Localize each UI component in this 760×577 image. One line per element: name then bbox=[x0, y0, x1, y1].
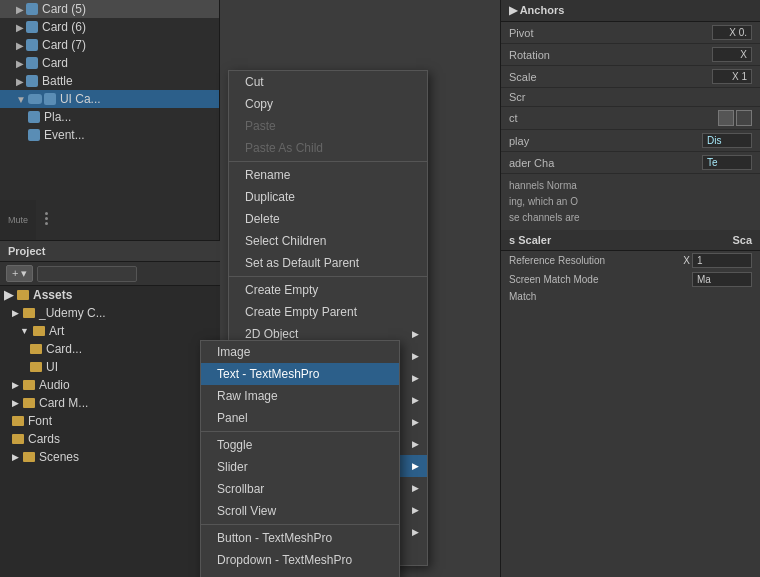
ui-submenu: Image Text - TextMeshPro Raw Image Panel… bbox=[200, 340, 400, 577]
submenu-panel[interactable]: Panel bbox=[201, 407, 399, 429]
project-tree-item[interactable]: Cards bbox=[0, 430, 220, 448]
context-create-empty[interactable]: Create Empty bbox=[229, 279, 427, 301]
project-tree-item[interactable]: ▶ Audio bbox=[0, 376, 220, 394]
toggle-label: Toggle bbox=[217, 438, 252, 452]
hierarchy-item[interactable]: Pla... bbox=[0, 108, 219, 126]
separator bbox=[201, 524, 399, 525]
hierarchy-item-selected[interactable]: ▼ UI Ca... bbox=[0, 90, 219, 108]
submenu-scrollbar[interactable]: Scrollbar bbox=[201, 478, 399, 500]
mute-area: Mute bbox=[0, 200, 36, 240]
context-delete[interactable]: Delete bbox=[229, 208, 427, 230]
canvas-sca-label: Sca bbox=[732, 234, 752, 246]
project-panel: Project + ▾ ▶ Assets ▶ _Udemy C... ▼ Art… bbox=[0, 240, 220, 577]
dots-menu-icon[interactable] bbox=[36, 208, 56, 228]
rename-label: Rename bbox=[245, 168, 290, 182]
display-label: play bbox=[509, 135, 702, 147]
context-cut[interactable]: Cut bbox=[229, 71, 427, 93]
tree-item-label: Font bbox=[28, 414, 52, 428]
slider-label: Slider bbox=[217, 460, 248, 474]
context-set-default-parent[interactable]: Set as Default Parent bbox=[229, 252, 427, 274]
hierarchy-label: Battle bbox=[42, 74, 73, 88]
hierarchy-item[interactable]: ▶ Card bbox=[0, 54, 219, 72]
hierarchy-label: UI Ca... bbox=[60, 92, 101, 106]
project-tree-item[interactable]: Font bbox=[0, 412, 220, 430]
separator bbox=[229, 161, 427, 162]
project-tree-item[interactable]: ▶ Card M... bbox=[0, 394, 220, 412]
project-title: Project bbox=[8, 245, 45, 257]
screen-match-row: Screen Match Mode Ma bbox=[501, 270, 760, 289]
match-label: Match bbox=[509, 291, 752, 302]
context-duplicate[interactable]: Duplicate bbox=[229, 186, 427, 208]
project-search-input[interactable] bbox=[37, 266, 137, 282]
submenu-toggle[interactable]: Toggle bbox=[201, 434, 399, 456]
context-rename[interactable]: Rename bbox=[229, 164, 427, 186]
folder-icon bbox=[12, 434, 24, 444]
loader-label: ader Cha bbox=[509, 157, 702, 169]
scr-label: Scr bbox=[509, 91, 752, 103]
rotation-value: X bbox=[712, 47, 752, 62]
assets-label: Assets bbox=[33, 288, 72, 302]
submenu-image[interactable]: Image bbox=[201, 341, 399, 363]
submenu-scroll-view[interactable]: Scroll View bbox=[201, 500, 399, 522]
scale-value: X 1 bbox=[712, 69, 752, 84]
project-tree-item[interactable]: ▼ Art bbox=[0, 322, 220, 340]
match-row: Match bbox=[501, 289, 760, 304]
tree-item-label: Cards bbox=[28, 432, 60, 446]
display-row: play Dis bbox=[501, 130, 760, 152]
folder-icon bbox=[12, 416, 24, 426]
hierarchy-item[interactable]: Event... bbox=[0, 126, 219, 144]
channels-desc: ing, which an O bbox=[509, 194, 752, 210]
cube-icon bbox=[28, 111, 40, 123]
project-add-button[interactable]: + ▾ bbox=[6, 265, 33, 282]
mute-label: Mute bbox=[8, 215, 28, 225]
submenu-input-field-tmp[interactable]: Input Field - TextMeshPro bbox=[201, 571, 399, 577]
hierarchy-label: Card (6) bbox=[42, 20, 86, 34]
project-tree-item[interactable]: UI bbox=[0, 358, 220, 376]
tree-item-label: Audio bbox=[39, 378, 70, 392]
rotation-label: Rotation bbox=[509, 49, 712, 61]
submenu-raw-image[interactable]: Raw Image bbox=[201, 385, 399, 407]
folder-icon bbox=[23, 398, 35, 408]
paste-as-child-label: Paste As Child bbox=[245, 141, 323, 155]
assets-root[interactable]: ▶ Assets bbox=[0, 286, 220, 304]
separator bbox=[229, 276, 427, 277]
submenu-text-mesh-pro[interactable]: Text - TextMeshPro bbox=[201, 363, 399, 385]
anchors-section: ▶ Anchors bbox=[501, 0, 760, 22]
loader-row: ader Cha Te bbox=[501, 152, 760, 174]
project-tree-item[interactable]: ▶ _Udemy C... bbox=[0, 304, 220, 322]
tree-item-label: Card M... bbox=[39, 396, 88, 410]
arrow-icon: ▶ bbox=[16, 58, 24, 69]
project-tree-item[interactable]: Card... bbox=[0, 340, 220, 358]
ref-res-value: 1 bbox=[692, 253, 752, 268]
submenu-button-tmp[interactable]: Button - TextMeshPro bbox=[201, 527, 399, 549]
context-create-empty-parent[interactable]: Create Empty Parent bbox=[229, 301, 427, 323]
panel-label: Panel bbox=[217, 411, 248, 425]
hierarchy-item[interactable]: ▶ Card (6) bbox=[0, 18, 219, 36]
hierarchy-item[interactable]: ▶ Card (7) bbox=[0, 36, 219, 54]
hierarchy-label: Card (7) bbox=[42, 38, 86, 52]
hierarchy-label: Pla... bbox=[44, 110, 71, 124]
context-copy[interactable]: Copy bbox=[229, 93, 427, 115]
arrow-icon: ▼ bbox=[16, 94, 26, 105]
folder-icon bbox=[23, 380, 35, 390]
project-toolbar: + ▾ bbox=[0, 262, 220, 286]
context-select-children[interactable]: Select Children bbox=[229, 230, 427, 252]
hierarchy-item[interactable]: ▶ Battle bbox=[0, 72, 219, 90]
ref-res-row: Reference Resolution X 1 bbox=[501, 251, 760, 270]
submenu-dropdown-tmp[interactable]: Dropdown - TextMeshPro bbox=[201, 549, 399, 571]
submenu-slider[interactable]: Slider bbox=[201, 456, 399, 478]
pivot-value: X 0. bbox=[712, 25, 752, 40]
separator bbox=[201, 431, 399, 432]
folder-icon bbox=[33, 326, 45, 336]
folder-icon bbox=[17, 290, 29, 300]
cube-icon bbox=[44, 93, 56, 105]
canvas-scaler-label: s Scaler bbox=[509, 234, 551, 246]
folder-icon bbox=[30, 362, 42, 372]
project-tree-item[interactable]: ▶ Scenes bbox=[0, 448, 220, 466]
folder-icon bbox=[23, 452, 35, 462]
raw-image-label: Raw Image bbox=[217, 389, 278, 403]
text-meshpro-label: Text - TextMeshPro bbox=[217, 367, 319, 381]
pivot-label: Pivot bbox=[509, 27, 712, 39]
cube-icon bbox=[26, 3, 38, 15]
hierarchy-item[interactable]: ▶ Card (5) bbox=[0, 0, 219, 18]
